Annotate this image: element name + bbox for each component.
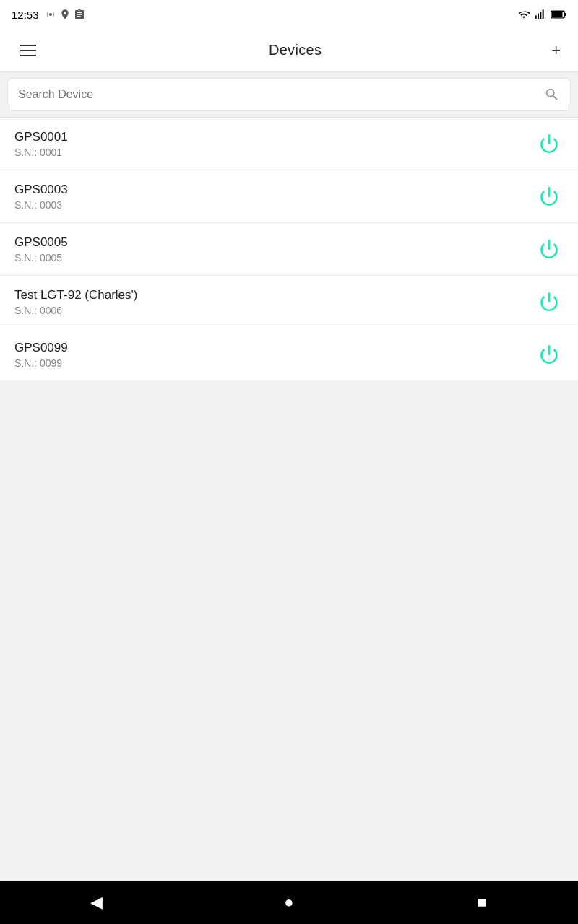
device-info: Test LGT-92 (Charles') S.N.: 0006	[14, 288, 137, 316]
power-icon	[539, 239, 559, 259]
power-button[interactable]	[535, 235, 564, 263]
navigation-bar: ◀ ● ■	[0, 881, 578, 924]
wifi-icon	[517, 9, 530, 20]
app-bar: Devices +	[0, 29, 578, 72]
search-input[interactable]	[18, 88, 544, 101]
device-name: GPS0099	[14, 341, 68, 355]
battery-icon	[551, 9, 566, 20]
device-list-item[interactable]: GPS0001 S.N.: 0001	[0, 118, 578, 170]
search-icon	[544, 87, 560, 103]
svg-rect-2	[538, 14, 539, 19]
status-bar-right	[517, 9, 566, 20]
device-serial: S.N.: 0099	[14, 357, 68, 369]
antenna-icon	[45, 9, 56, 20]
device-name: GPS0005	[14, 235, 68, 250]
clipboard-icon	[74, 9, 85, 20]
page-title: Devices	[269, 42, 322, 58]
search-container	[0, 72, 578, 118]
menu-button[interactable]	[12, 36, 45, 65]
status-bar: 12:53	[0, 0, 578, 29]
device-list: GPS0001 S.N.: 0001 GPS0003 S.N.: 0003	[0, 118, 578, 380]
device-serial: S.N.: 0006	[14, 305, 137, 316]
add-device-button[interactable]: +	[545, 37, 566, 64]
device-info: GPS0003 S.N.: 0003	[14, 183, 68, 211]
power-button[interactable]	[535, 129, 564, 158]
status-icons-left	[45, 9, 85, 20]
power-button[interactable]	[535, 287, 564, 316]
status-bar-left: 12:53	[12, 9, 85, 21]
location-icon	[59, 9, 71, 20]
hamburger-icon	[17, 42, 39, 59]
device-list-item[interactable]: GPS0005 S.N.: 0005	[0, 223, 578, 276]
power-icon	[539, 292, 559, 312]
power-button[interactable]	[535, 340, 564, 369]
recent-button[interactable]: ■	[460, 888, 504, 917]
device-name: GPS0003	[14, 183, 68, 197]
power-icon	[539, 344, 559, 365]
device-name: GPS0001	[14, 130, 68, 144]
power-button[interactable]	[535, 182, 564, 211]
status-time: 12:53	[12, 9, 39, 21]
device-list-item[interactable]: GPS0099 S.N.: 0099	[0, 328, 578, 380]
device-serial: S.N.: 0005	[14, 252, 68, 263]
device-name: Test LGT-92 (Charles')	[14, 288, 137, 302]
back-button[interactable]: ◀	[74, 888, 118, 917]
svg-rect-7	[565, 13, 566, 16]
empty-area	[0, 380, 578, 881]
svg-rect-4	[543, 9, 544, 19]
device-serial: S.N.: 0003	[14, 199, 68, 211]
device-serial: S.N.: 0001	[14, 147, 68, 158]
device-list-item[interactable]: GPS0003 S.N.: 0003	[0, 170, 578, 223]
power-icon	[539, 186, 559, 206]
device-info: GPS0005 S.N.: 0005	[14, 235, 68, 263]
svg-rect-1	[535, 15, 537, 19]
device-list-item[interactable]: Test LGT-92 (Charles') S.N.: 0006	[0, 276, 578, 328]
svg-rect-6	[551, 12, 562, 17]
svg-rect-3	[540, 12, 541, 19]
home-button[interactable]: ●	[267, 888, 311, 917]
device-info: GPS0001 S.N.: 0001	[14, 130, 68, 158]
power-icon	[539, 134, 559, 154]
signal-icon	[535, 9, 546, 20]
svg-point-0	[49, 13, 52, 16]
device-info: GPS0099 S.N.: 0099	[14, 341, 68, 369]
search-button[interactable]	[544, 87, 560, 103]
search-inner	[9, 78, 569, 111]
